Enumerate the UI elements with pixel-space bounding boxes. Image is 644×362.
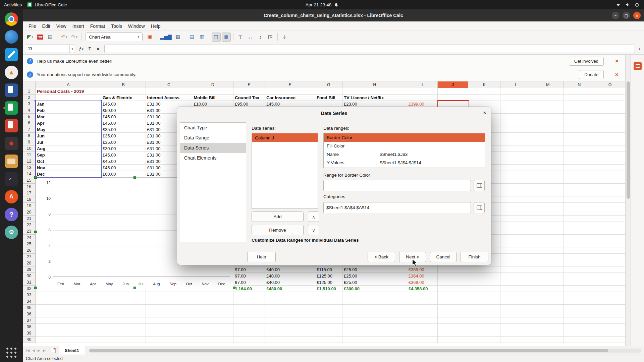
- cell[interactable]: [500, 254, 532, 260]
- cell[interactable]: [500, 145, 532, 152]
- cell[interactable]: [595, 114, 625, 120]
- next-button[interactable]: Next >: [399, 252, 426, 262]
- cell[interactable]: [192, 292, 233, 298]
- cell[interactable]: [500, 126, 532, 133]
- formula-bar-expand-icon[interactable]: ▾: [637, 47, 642, 51]
- data-in-rows-icon[interactable]: ▤: [187, 33, 197, 42]
- row-header-6[interactable]: 6: [23, 120, 36, 126]
- cell[interactable]: [468, 292, 500, 298]
- cell[interactable]: [532, 126, 564, 133]
- cell[interactable]: [315, 330, 342, 337]
- range-for-border-color-input[interactable]: [323, 180, 471, 191]
- cell[interactable]: £369.00: [407, 279, 438, 286]
- cell[interactable]: [564, 241, 595, 247]
- cell[interactable]: [233, 305, 265, 311]
- row-header-22[interactable]: 22: [23, 222, 36, 228]
- formula-input[interactable]: [104, 45, 635, 53]
- cell[interactable]: [146, 305, 193, 311]
- cell[interactable]: [532, 145, 564, 152]
- cell[interactable]: [532, 298, 564, 305]
- remove-series-button[interactable]: Remove: [252, 225, 304, 235]
- chart-selection-handle[interactable]: [34, 287, 37, 289]
- cell[interactable]: Sep: [36, 152, 101, 158]
- libreoffice-impress-dock-item[interactable]: [3, 118, 20, 133]
- cell[interactable]: [564, 305, 595, 311]
- cell[interactable]: [595, 266, 625, 273]
- cell[interactable]: [500, 171, 532, 177]
- cell[interactable]: [532, 279, 564, 286]
- column-header-E[interactable]: E: [233, 81, 265, 88]
- cell[interactable]: [342, 337, 407, 343]
- move-series-up-button[interactable]: ∧: [308, 212, 319, 222]
- row-header-11[interactable]: 11: [23, 152, 36, 158]
- cell[interactable]: [438, 286, 469, 292]
- cell[interactable]: [564, 266, 595, 273]
- shrink-range-button[interactable]: [474, 180, 485, 191]
- cell[interactable]: £4,358.00: [407, 286, 438, 292]
- cell[interactable]: [101, 88, 146, 95]
- cell[interactable]: [595, 120, 625, 126]
- cell[interactable]: Jun: [36, 133, 101, 139]
- cell[interactable]: [500, 152, 532, 158]
- cell[interactable]: [500, 311, 532, 317]
- cell[interactable]: [500, 184, 532, 190]
- chart-area-selector[interactable]: Chart Area▾: [86, 33, 143, 41]
- cell[interactable]: [407, 317, 438, 324]
- cell[interactable]: [146, 292, 193, 298]
- cell[interactable]: [532, 165, 564, 171]
- cell[interactable]: Apr: [36, 120, 101, 126]
- row-header-40[interactable]: 40: [23, 337, 36, 343]
- titles-icon[interactable]: T: [236, 33, 245, 42]
- vertical-scrollbar-thumb[interactable]: [627, 81, 630, 199]
- cell[interactable]: [532, 254, 564, 260]
- cell[interactable]: [532, 337, 564, 343]
- cell[interactable]: [500, 203, 532, 209]
- cell[interactable]: 1,164.00: [233, 286, 265, 292]
- cell[interactable]: [564, 279, 595, 286]
- series-item[interactable]: Column J: [252, 133, 318, 142]
- cell[interactable]: [500, 196, 532, 203]
- cell[interactable]: [500, 247, 532, 254]
- row-header-33[interactable]: 33: [23, 292, 36, 298]
- cell[interactable]: Dec: [36, 171, 101, 177]
- cell[interactable]: [564, 126, 595, 133]
- cell[interactable]: [532, 152, 564, 158]
- cell[interactable]: [500, 209, 532, 216]
- cell[interactable]: [233, 88, 265, 95]
- row-header-18[interactable]: 18: [23, 196, 36, 203]
- cell[interactable]: [233, 324, 265, 330]
- close-button[interactable]: ×: [633, 12, 641, 19]
- cell[interactable]: [468, 88, 500, 95]
- cell[interactable]: Mobile Bill: [192, 95, 233, 101]
- cell[interactable]: [564, 171, 595, 177]
- cell[interactable]: [564, 330, 595, 337]
- column-header-J[interactable]: J: [438, 81, 469, 88]
- cell[interactable]: [438, 266, 469, 273]
- cell[interactable]: [500, 260, 532, 266]
- cell[interactable]: [564, 95, 595, 101]
- cell[interactable]: [315, 317, 342, 324]
- chart-selection-handle[interactable]: [133, 287, 136, 289]
- row-header-8[interactable]: 8: [23, 133, 36, 139]
- cell[interactable]: [407, 330, 438, 337]
- row-header-30[interactable]: 30: [23, 273, 36, 279]
- row-header-15[interactable]: 15: [23, 177, 36, 184]
- export-image-icon[interactable]: ⇓: [280, 33, 289, 42]
- cell[interactable]: [500, 279, 532, 286]
- chart-selection-handle[interactable]: [133, 176, 136, 179]
- cell[interactable]: [564, 286, 595, 292]
- column-header-K[interactable]: K: [468, 81, 500, 88]
- dialog-step-chart-elements[interactable]: Chart Elements: [180, 153, 246, 163]
- vscode-dock-item[interactable]: [3, 47, 20, 62]
- cell[interactable]: [36, 292, 101, 298]
- cell[interactable]: [564, 152, 595, 158]
- menu-edit[interactable]: Edit: [39, 21, 53, 31]
- data-series-listbox[interactable]: Column J: [252, 133, 318, 209]
- cell[interactable]: [233, 317, 265, 324]
- cell[interactable]: [532, 286, 564, 292]
- cell[interactable]: [564, 107, 595, 114]
- cell[interactable]: [265, 292, 315, 298]
- cell[interactable]: [595, 324, 625, 330]
- cell[interactable]: [500, 216, 532, 222]
- cell[interactable]: [532, 184, 564, 190]
